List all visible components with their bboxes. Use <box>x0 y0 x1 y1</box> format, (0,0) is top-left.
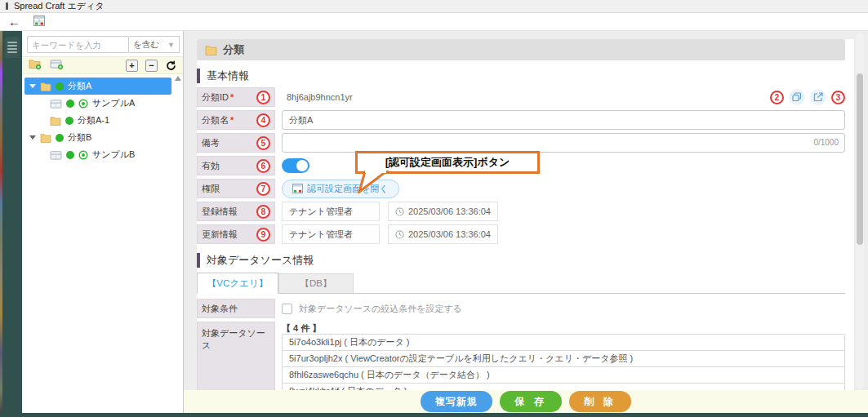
sheet-icon <box>50 150 62 160</box>
required-mark: * <box>230 92 234 102</box>
field-row-category-id: 分類ID* 1 8hj6ajb9hncn1yr 2 <box>197 87 845 107</box>
field-row-remarks: 備考 5 0/1000 <box>197 133 845 153</box>
step-number-5: 5 <box>256 136 270 150</box>
datasource-tabbar: 【VCクエリ】 【DB】 <box>197 273 845 294</box>
condition-checkbox[interactable] <box>282 304 292 314</box>
field-row-target-condition: 対象条件 対象データソースの絞込条件を設定する <box>197 299 845 318</box>
step-number-3: 3 <box>831 91 845 104</box>
spreadsheet-app-icon[interactable] <box>33 15 45 29</box>
registered-user: テナント管理者 <box>282 202 380 221</box>
open-external-button[interactable] <box>810 89 826 105</box>
action-footer: 複写新規 保 存 削 除 <box>184 390 868 413</box>
tree-body: 分類A サンプルA 分類A-1 <box>22 74 183 163</box>
category-name-input[interactable] <box>282 110 845 130</box>
tree-scroll-up-icon[interactable] <box>175 76 181 81</box>
main-scrollbar-thumb[interactable] <box>857 73 863 245</box>
field-row-registered: 登録情報 8 テナント管理者 2025/03/06 13:36:04 <box>197 202 845 221</box>
updated-user: テナント管理者 <box>282 224 380 244</box>
condition-checkbox-label: 対象データソースの絞込条件を設定する <box>299 303 462 315</box>
sheet-icon <box>50 99 62 109</box>
match-type-select[interactable]: を含む ▼ <box>129 36 180 53</box>
tree-node-category-b[interactable]: 分類B <box>24 129 171 146</box>
step-number-2: 2 <box>770 91 784 104</box>
spreadsheet-app-icon <box>292 184 303 193</box>
step-number-4: 4 <box>256 113 270 127</box>
search-input[interactable] <box>27 36 129 53</box>
collapse-all-button[interactable]: − <box>145 60 158 72</box>
category-detail-panel: 分類 基本情報 分類ID* 1 8hj6ajb9hncn1yr 2 <box>197 39 854 390</box>
tree-node-category-a[interactable]: 分類A <box>24 78 171 95</box>
chevron-down-icon: ▼ <box>167 41 175 49</box>
folder-icon <box>40 82 51 91</box>
target-ring-icon <box>78 99 88 109</box>
step-number-8: 8 <box>256 205 270 219</box>
add-sheet-button[interactable] <box>50 58 64 73</box>
datasource-count: 【 4 件 】 <box>282 322 845 335</box>
step-number-6: 6 <box>256 159 270 173</box>
copy-id-button[interactable] <box>789 89 805 105</box>
updated-timestamp: 2025/03/06 13:36:04 <box>388 224 498 244</box>
registered-timestamp: 2025/03/06 13:36:04 <box>388 202 498 221</box>
clock-icon <box>395 207 404 216</box>
section-datasource-info: 対象データソース情報 <box>197 253 845 268</box>
step-number-1: 1 <box>256 91 270 104</box>
external-link-icon <box>813 92 823 102</box>
field-row-permission: 権限 7 認可設定画面を開く <box>197 179 845 198</box>
main-scrollbar[interactable] <box>856 33 864 388</box>
copy-new-button[interactable]: 複写新規 <box>421 391 492 412</box>
back-button[interactable]: ← <box>8 16 20 28</box>
tree-node-category-a-1[interactable]: 分類A-1 <box>24 112 171 129</box>
window-title: Spread Craft エディタ <box>14 0 104 12</box>
enabled-toggle[interactable] <box>282 158 309 173</box>
window-title-bar: Spread Craft エディタ <box>0 0 868 13</box>
folder-icon <box>40 133 51 143</box>
refresh-icon[interactable] <box>166 60 176 71</box>
tree-toolbar: + − <box>22 56 183 74</box>
app-mark-icon <box>6 2 8 10</box>
add-folder-button[interactable] <box>29 58 42 73</box>
expand-all-button[interactable]: + <box>126 60 138 72</box>
status-dot-icon <box>66 100 74 108</box>
category-tree-panel: を含む ▼ + − <box>22 31 184 413</box>
step-number-7: 7 <box>256 182 270 196</box>
folder-icon <box>205 45 217 55</box>
tab-vc-query[interactable]: 【VCクエリ】 <box>197 273 278 294</box>
datasource-item[interactable]: 5i7o4o3kli1pj ( 日本のデータ ) <box>282 334 845 351</box>
status-dot-icon <box>56 82 64 91</box>
bottom-bar <box>0 413 868 417</box>
field-row-updated: 更新情報 9 テナント管理者 2025/03/06 13:36:04 <box>197 224 845 244</box>
page-title-bar: 分類 <box>197 39 845 60</box>
remarks-input[interactable] <box>282 133 845 153</box>
caret-down-icon[interactable] <box>29 84 36 88</box>
field-row-target-datasource: 対象データソース 【 4 件 】 5i7o4o3kli1pj ( 日本のデータ … <box>197 322 845 390</box>
status-dot-icon <box>56 134 64 142</box>
target-ring-icon <box>78 150 88 160</box>
field-row-category-name: 分類名* 4 <box>197 110 845 130</box>
datasource-item[interactable]: 8wnj4kkhr4jf ( 日本のデータ ) <box>282 383 845 390</box>
folder-icon <box>50 116 61 126</box>
datasource-item[interactable]: 8fhl6zaswe6qchu ( 日本のデータ（データ結合） ) <box>282 366 845 384</box>
required-mark: * <box>230 115 234 125</box>
save-button[interactable]: 保 存 <box>500 391 562 412</box>
status-dot-icon <box>66 151 74 159</box>
tree-node-sample-a[interactable]: サンプルA <box>24 95 171 112</box>
tree-node-sample-b[interactable]: サンプルB <box>24 146 171 163</box>
menu-hamburger-icon[interactable] <box>5 37 20 58</box>
clock-icon <box>395 230 404 239</box>
copy-icon <box>792 92 802 102</box>
tab-db[interactable]: 【DB】 <box>278 273 354 293</box>
status-dot-icon <box>65 117 73 125</box>
caret-down-icon[interactable] <box>29 135 36 140</box>
datasource-item[interactable]: 5i7ur3opljh2x ( ViewCreatorの設定テーブルを利用したク… <box>282 350 845 367</box>
top-toolbar: ← <box>0 13 868 31</box>
step-number-9: 9 <box>256 228 270 242</box>
collapsed-sidebar <box>2 31 22 413</box>
char-counter: 0/1000 <box>813 138 839 147</box>
page-title: 分類 <box>223 42 244 57</box>
delete-button[interactable]: 削 除 <box>569 391 631 412</box>
section-basic-info: 基本情報 <box>197 69 845 83</box>
annotation-callout-tail <box>357 171 389 193</box>
category-id-value: 8hj6ajb9hncn1yr <box>282 92 353 102</box>
